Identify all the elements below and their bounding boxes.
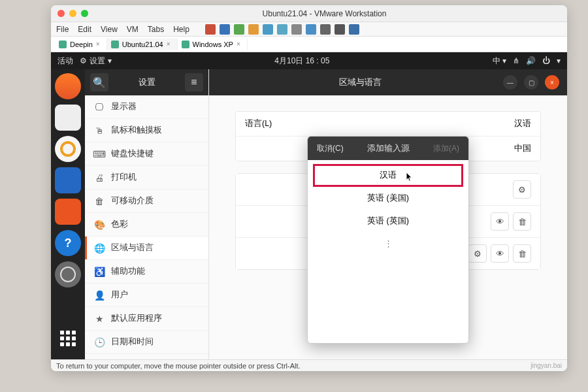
sidebar-item-6[interactable]: 🌐区域与语言 (85, 237, 208, 260)
sidebar-item-3[interactable]: 🖨打印机 (85, 166, 208, 189)
cancel-button[interactable]: 取消(C) (308, 137, 353, 160)
sidebar-item-7[interactable]: ♿辅助功能 (85, 260, 208, 284)
toolbar-icon[interactable] (205, 24, 216, 35)
sidebar-item-2[interactable]: ⌨键盘快捷键 (85, 142, 208, 166)
menu-help[interactable]: Help (173, 25, 189, 34)
modal-item-english-us[interactable]: 英语 (美国) (313, 187, 463, 210)
minimize-icon[interactable] (69, 10, 76, 17)
trash-icon[interactable]: 🗑 (513, 244, 531, 263)
close-icon[interactable] (57, 10, 65, 17)
sidebar-item-label: 用户 (111, 289, 128, 301)
maximize-button[interactable]: ▢ (524, 75, 538, 90)
toolbar-icon[interactable] (220, 24, 230, 35)
menu-file[interactable]: File (56, 25, 69, 34)
host-titlebar: Ubuntu21.04 - VMware Workstation (51, 5, 567, 22)
vm-tab-ubuntu[interactable]: Ubuntu21.04× (107, 39, 178, 50)
sidebar-item-icon: 🖱 (94, 125, 105, 136)
modal-item-chinese[interactable]: 汉语 (313, 164, 463, 187)
close-icon[interactable]: × (167, 41, 171, 48)
toolbar-icon[interactable] (306, 24, 316, 35)
settings-sidebar: 🔍 设置 ≡ 🖵显示器🖱鼠标和触摸板⌨键盘快捷键🖨打印机🗑可移动介质🎨色彩🌐区域… (85, 69, 209, 359)
sidebar-item-label: 辅助功能 (111, 266, 145, 277)
minimize-button[interactable]: — (503, 75, 517, 90)
trash-icon[interactable]: 🗑 (513, 212, 531, 231)
watermark: jingyan.bai (531, 362, 562, 369)
tab-label: Windows XP (193, 41, 233, 48)
chevron-down-icon[interactable]: ▾ (557, 56, 561, 65)
sidebar-item-4[interactable]: 🗑可移动介质 (85, 189, 208, 213)
status-text: To return to your computer, move the mou… (56, 362, 301, 370)
view-icon[interactable]: 👁 (491, 244, 509, 263)
sidebar-item-label: 区域与语言 (111, 242, 154, 253)
sidebar-item-icon: ⌨ (94, 149, 105, 159)
sidebar-item-0[interactable]: 🖵显示器 (85, 95, 208, 119)
activities-button[interactable]: 活动 (57, 56, 73, 67)
dock: ? (51, 69, 85, 359)
toolbar-icon[interactable] (320, 24, 331, 35)
row-label: 语言(L) (245, 118, 272, 129)
power-icon[interactable]: ⏻ (542, 56, 550, 65)
sidebar-item-icon: 🕒 (94, 337, 105, 348)
sidebar-item-10[interactable]: 🕒日期和时间 (85, 331, 208, 354)
language-row[interactable]: 语言(L) 汉语 (236, 112, 540, 137)
toolbar-icon[interactable] (234, 24, 244, 35)
sidebar-item-icon: ♿ (94, 267, 105, 277)
dock-settings[interactable] (55, 261, 81, 287)
menu-vm[interactable]: VM (127, 25, 139, 34)
sidebar-item-9[interactable]: ★默认应用程序 (85, 307, 208, 331)
add-button[interactable]: 添加(A) (424, 137, 468, 160)
close-icon[interactable]: × (237, 41, 240, 48)
sidebar-item-1[interactable]: 🖱鼠标和触摸板 (85, 119, 208, 142)
gear-icon[interactable]: ⚙ (468, 244, 487, 263)
toolbar-icon[interactable] (291, 24, 302, 35)
tab-label: Ubuntu21.04 (122, 41, 163, 48)
dock-show-apps[interactable] (55, 327, 81, 353)
zoom-icon[interactable] (81, 10, 88, 17)
modal-item-more[interactable]: ⋮ (313, 233, 463, 254)
hamburger-button[interactable]: ≡ (185, 73, 203, 91)
add-input-source-modal: 取消(C) 添加输入源 添加(A) 汉语 英语 (美国) 英语 (英国) ⋮ (307, 136, 469, 344)
modal-item-english-uk[interactable]: 英语 (英国) (313, 210, 463, 233)
close-button[interactable]: × (545, 75, 559, 90)
window-controls: — ▢ × (503, 75, 559, 90)
sidebar-item-8[interactable]: 👤用户 (85, 284, 208, 307)
sidebar-item-label: 默认应用程序 (111, 313, 162, 324)
volume-icon[interactable]: 🔊 (526, 56, 536, 65)
toolbar-icon[interactable] (277, 24, 287, 35)
modal-empty-space (313, 254, 463, 339)
toolbar-icon[interactable] (349, 24, 359, 35)
host-menubar: File Edit View VM Tabs Help (51, 22, 567, 37)
settings-area: 🔍 设置 ≡ 🖵显示器🖱鼠标和触摸板⌨键盘快捷键🖨打印机🗑可移动介质🎨色彩🌐区域… (85, 69, 567, 359)
dock-help[interactable]: ? (55, 230, 81, 256)
app-menu[interactable]: ⚙ 设置 ▾ (80, 56, 112, 67)
vm-tab-deepin[interactable]: Deepin× (55, 39, 107, 50)
modal-header: 取消(C) 添加输入源 添加(A) (308, 137, 468, 160)
dock-firefox[interactable] (55, 73, 81, 99)
view-icon[interactable]: 👁 (491, 212, 509, 231)
sidebar-title: 设置 (114, 76, 180, 88)
menu-tabs[interactable]: Tabs (148, 25, 164, 34)
system-tray: 中 ▾ ⋔ 🔊 ⏻ ▾ (493, 56, 561, 67)
vm-tab-winxp[interactable]: Windows XP× (178, 39, 248, 50)
host-toolbar (205, 24, 359, 35)
close-icon[interactable]: × (96, 41, 100, 48)
menu-view[interactable]: View (101, 25, 118, 34)
clock[interactable]: 4月10日 16 : 05 (112, 56, 493, 67)
window-title: Ubuntu21.04 - VMware Workstation (88, 9, 561, 18)
menu-edit[interactable]: Edit (78, 25, 91, 34)
toolbar-icon[interactable] (335, 24, 345, 35)
network-icon[interactable]: ⋔ (513, 56, 519, 65)
gear-icon[interactable]: ⚙ (513, 180, 531, 199)
ime-indicator[interactable]: 中 ▾ (493, 56, 506, 67)
toolbar-icon[interactable] (263, 24, 273, 35)
sidebar-item-5[interactable]: 🎨色彩 (85, 213, 208, 237)
vm-tabs: Deepin× Ubuntu21.04× Windows XP× (51, 37, 567, 52)
row-actions: 👁 🗑 (491, 212, 531, 231)
search-button[interactable]: 🔍 (90, 73, 108, 91)
dock-libreoffice-writer[interactable] (55, 167, 81, 193)
dock-rhythmbox[interactable] (55, 136, 81, 162)
toolbar-icon[interactable] (248, 24, 259, 35)
dock-files[interactable] (55, 105, 81, 131)
dock-ubuntu-software[interactable] (55, 199, 81, 225)
row-actions: ⚙ (513, 180, 531, 199)
